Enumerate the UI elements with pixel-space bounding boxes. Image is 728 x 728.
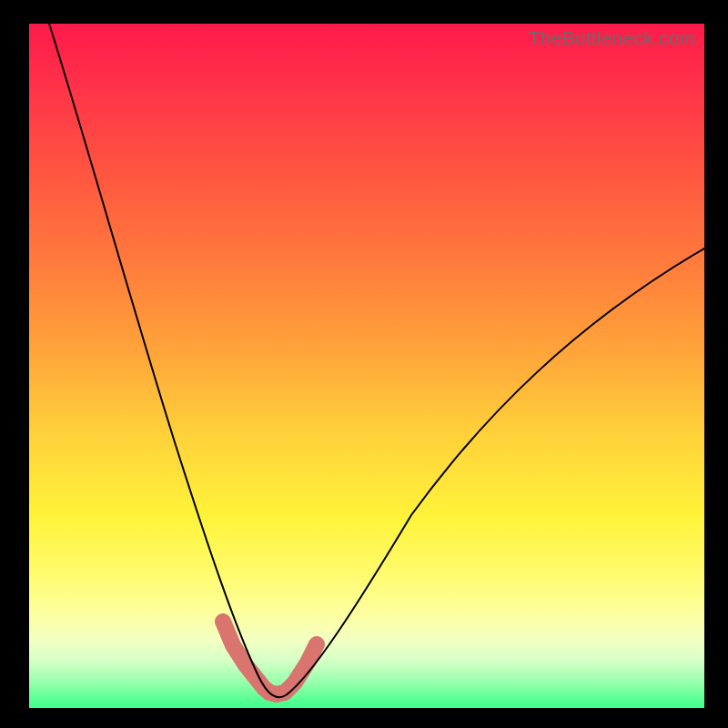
bottleneck-curve xyxy=(29,24,704,708)
valley-highlight xyxy=(223,622,317,694)
curve-line xyxy=(49,24,704,697)
chart-frame: TheBottleneck.com xyxy=(0,0,728,728)
plot-area: TheBottleneck.com xyxy=(29,24,704,708)
